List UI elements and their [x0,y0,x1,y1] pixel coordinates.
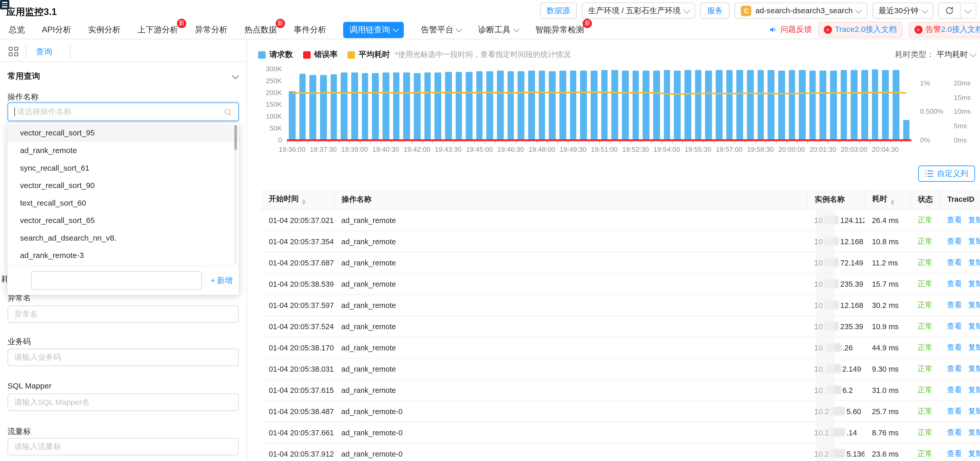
nav-item-异常分析[interactable]: 异常分析 [195,24,228,35]
copy-trace-link[interactable]: 复制 [968,300,980,309]
service-select[interactable]: C ad-search-dsearch3_search [735,3,867,19]
new-badge: 新 [276,18,285,28]
cell-operation: ad_rank_remote [334,294,807,316]
feedback-link[interactable]: 问题反馈 [768,24,811,35]
service-button[interactable]: 服务 [700,3,730,19]
operation-option[interactable]: vector_recall_sort_95 [8,124,239,142]
trace-doc-link[interactable]: × Trace2.0接入文档 [818,22,902,37]
operation-option[interactable]: ad_rank_remote [8,142,239,159]
copy-trace-link[interactable]: 复制 [968,407,980,415]
operation-option[interactable]: text_recall_sort_60 [8,194,239,212]
common-query-collapse[interactable]: 常用查询 [8,71,238,82]
nav-item-热点数据[interactable]: 热点数据新 [244,24,277,35]
alert-doc-link[interactable]: × 告警 2.0接入文档 [908,22,980,37]
column-header-TraceID: TraceID [940,189,980,210]
throughput-chart[interactable]: 050K100K150K200K250K300K 19:36:0019:37:3… [258,68,980,156]
view-trace-link[interactable]: 查看 [947,216,962,224]
view-trace-link[interactable]: 查看 [947,449,962,458]
scrollbar-thumb[interactable] [234,125,237,150]
legend-item-错误率[interactable]: 错误率 [303,49,338,60]
nav-item-label: API分析 [42,24,71,35]
view-trace-link[interactable]: 查看 [947,258,962,267]
view-trace-link[interactable]: 查看 [947,407,962,415]
view-trace-link[interactable]: 查看 [947,237,962,245]
nav-item-总览[interactable]: 总览 [9,24,25,35]
cell-duration: 44.9 ms [864,337,910,358]
copy-trace-link[interactable]: 复制 [968,216,980,224]
view-trace-link[interactable]: 查看 [947,322,962,331]
copy-trace-link[interactable]: 复制 [968,364,980,373]
view-trace-link[interactable]: 查看 [947,428,962,437]
operation-option[interactable]: vector_recall_sort_90 [8,177,239,194]
copy-trace-link[interactable]: 复制 [968,279,980,288]
y-tick-label: 150K [266,100,282,108]
copy-trace-link[interactable]: 复制 [968,385,980,394]
cell-operation: ad_rank_remote [334,273,807,294]
operation-option[interactable]: search_ad_dsearch_nn_v8. [8,229,239,247]
nav-item-API分析[interactable]: API分析 [42,24,71,35]
y-tick-label: 50K [270,124,282,132]
nav-item-告警平台[interactable]: 告警平台 [421,24,461,35]
bizcode-input[interactable] [8,348,239,366]
datasource-button[interactable]: 数据源 [540,3,577,19]
operation-select[interactable]: 请选择操作名称 [8,103,239,121]
search-icon [224,108,232,116]
view-trace-link[interactable]: 查看 [947,364,962,373]
column-header-开始时间[interactable]: 开始时间 [261,189,334,210]
sqlmapper-input[interactable] [8,394,239,411]
grid-view-icon[interactable] [9,47,18,56]
copy-trace-link[interactable]: 复制 [968,449,980,458]
status-badge: 正常 [918,385,932,394]
environment-select[interactable]: 生产环境 / 五彩石生产环境 [582,3,695,19]
new-option-input[interactable] [31,271,202,290]
cell-status: 正常 [910,316,939,337]
chart-plot-area[interactable] [287,68,912,140]
column-header-耗时[interactable]: 耗时 [864,189,910,210]
legend-item-平均耗时[interactable]: 平均耗时 [347,49,390,60]
refresh-button[interactable] [938,3,961,19]
operation-option[interactable]: sync_recall_sort_61 [8,159,239,177]
y-tick-label: 100K [266,113,282,120]
nav-item-智能异常检测[interactable]: 智能异常检测新 [535,24,584,35]
trafficmark-label: 流量标 [8,427,31,437]
sort-icon[interactable] [302,199,305,205]
add-option-button[interactable]: +新增 [210,275,232,286]
copy-trace-link[interactable]: 复制 [968,428,980,437]
cell-duration: 26.4 ms [864,210,910,231]
x-axis-labels: 19:36:0019:37:3019:39:0019:40:3019:42:00… [287,146,912,156]
nav-item-诊断工具[interactable]: 诊断工具 [478,24,519,35]
copy-trace-link[interactable]: 复制 [968,343,980,352]
customize-columns-button[interactable]: 自定义列 [918,165,975,182]
operation-option[interactable]: ad_rank_remote-3 [8,247,239,264]
copy-trace-link[interactable]: 复制 [968,258,980,267]
query-sidebar: 查询 常用查询 操作名称 请选择操作名称 耗 异常名 业务码 S [0,39,247,461]
nav-item-上下游分析[interactable]: 上下游分析新 [138,24,178,35]
view-trace-link[interactable]: 查看 [947,279,962,288]
copy-trace-link[interactable]: 复制 [968,237,980,245]
copy-trace-link[interactable]: 复制 [968,322,980,331]
view-trace-link[interactable]: 查看 [947,385,962,394]
hamburger-menu-icon[interactable] [0,0,10,10]
duration-type-select[interactable]: 耗时类型： 平均耗时 [895,49,975,60]
column-header-label: 状态 [918,194,933,203]
exception-input[interactable] [8,305,239,323]
alert-doc-label-blue: 2.0接入文档 [941,24,980,35]
tab-query[interactable]: 查询 [36,46,52,57]
refresh-options-button[interactable] [961,3,976,19]
operation-option[interactable]: vector_recall_sort_65 [8,212,239,229]
view-trace-link[interactable]: 查看 [947,300,962,309]
x-tick-label: 19:42:00 [404,146,430,153]
nav-item-事件分析[interactable]: 事件分析 [294,24,326,35]
table-toolbar: 自定义列 [258,165,975,182]
sort-icon[interactable] [890,199,894,205]
instance-ip-suffix: 235.39 [840,323,863,331]
nav-item-实例分析[interactable]: 实例分析 [88,24,121,35]
legend-item-请求数[interactable]: 请求数 [258,49,293,60]
time-range-select[interactable]: 最近30分钟 [872,3,933,19]
nav-item-label: 总览 [9,24,25,35]
trafficmark-input[interactable] [8,438,239,456]
nav-item-调用链查询[interactable]: 调用链查询 [343,22,404,38]
instance-ip-suffix: 6.2 [842,386,853,395]
instance-ip-prefix: 10 [815,237,823,246]
view-trace-link[interactable]: 查看 [947,343,962,352]
